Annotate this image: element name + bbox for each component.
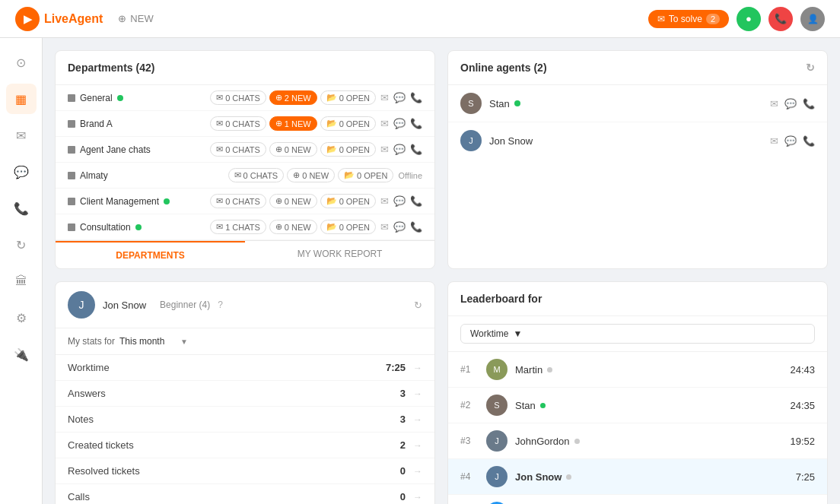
stat-arrow-icon[interactable]: → xyxy=(413,440,422,451)
stats-filter: My stats for This month Last month This … xyxy=(56,328,434,355)
phone-action-icon[interactable]: 📞 xyxy=(410,118,422,129)
lb-rank: #3 xyxy=(460,436,479,446)
mail-action-icon[interactable]: ✉ xyxy=(380,144,389,155)
stat-arrow-icon[interactable]: → xyxy=(413,466,422,477)
chat-icon[interactable]: 💬 xyxy=(784,98,797,109)
chat-action-icon[interactable]: 💬 xyxy=(393,221,406,233)
chats-chip: ✉ 0 CHATS xyxy=(210,116,266,131)
lb-name-johngordon: JohnGordon xyxy=(515,436,782,447)
open-chip: 📂 0 OPEN xyxy=(320,90,376,105)
new-chip: ⊕ 0 NEW xyxy=(269,142,317,157)
sidebar-item-calls[interactable]: 📞 xyxy=(6,193,37,223)
phone-action-icon[interactable]: 📞 xyxy=(410,221,422,233)
mail-icon[interactable]: ✉ xyxy=(770,135,778,147)
mail-action-icon[interactable]: ✉ xyxy=(380,221,389,233)
phone-action-icon[interactable]: 📞 xyxy=(410,195,422,207)
dept-stats: ✉ 0 CHATS ⊕ 0 NEW 📂 0 OPEN xyxy=(228,168,394,182)
dept-row-jane: Agent Jane chats ✉ 0 CHATS ⊕ 0 NEW 📂 0 O… xyxy=(56,137,434,163)
mail-action-icon[interactable]: ✉ xyxy=(380,118,389,129)
open-chip: 📂 0 OPEN xyxy=(320,194,376,208)
departments-title: Departments (42) xyxy=(68,62,154,74)
sidebar-item-plugin[interactable]: 🔌 xyxy=(6,339,37,369)
mail-action-icon[interactable]: ✉ xyxy=(380,92,389,103)
lb-time-stan: 24:35 xyxy=(790,400,815,411)
stats-period-select[interactable]: This month Last month This week Today xyxy=(119,336,176,347)
dept-name: Brand A xyxy=(80,119,205,129)
leaderboard-filter: Worktime ▼ xyxy=(448,316,827,352)
new-icon: ⊕ xyxy=(118,13,126,24)
solve-button[interactable]: ✉ To solve 2 xyxy=(648,10,729,28)
dept-row-consultation: Consultation ✉ 1 CHATS ⊕ 0 NEW 📂 0 OPEN … xyxy=(56,214,434,240)
leaderboard-filter-button[interactable]: Worktime ▼ xyxy=(460,324,815,344)
stat-arrow-icon[interactable]: → xyxy=(413,414,422,425)
chat-action-icon[interactable]: 💬 xyxy=(393,118,406,129)
status-dot xyxy=(574,439,580,444)
stat-arrow-icon[interactable]: → xyxy=(413,388,422,399)
mail-icon[interactable]: ✉ xyxy=(770,98,778,109)
phone-icon[interactable]: 📞 xyxy=(803,98,815,109)
dept-tag-icon xyxy=(68,172,75,179)
phone-action-icon[interactable]: 📞 xyxy=(410,144,422,155)
stat-arrow-icon[interactable]: → xyxy=(413,363,422,373)
new-chip: ⊕ 0 NEW xyxy=(269,194,317,208)
stat-value: 7:25 xyxy=(375,362,406,373)
chat-icon[interactable]: 💬 xyxy=(784,135,797,147)
sidebar-item-chat[interactable]: 💬 xyxy=(6,157,37,187)
stat-row-answers: Answers 3 → xyxy=(56,381,434,407)
stat-row-created-tickets: Created tickets 2 → xyxy=(56,433,434,458)
dropdown-arrow-icon: ▼ xyxy=(180,338,188,346)
dept-name: General xyxy=(80,93,205,103)
stat-arrow-icon[interactable]: → xyxy=(413,492,422,502)
status-dot xyxy=(547,367,552,372)
agent-avatar-jonsnow: J xyxy=(460,130,482,151)
tab-work-report[interactable]: MY WORK REPORT xyxy=(245,241,434,268)
dept-actions: ✉ 💬 📞 xyxy=(380,118,422,129)
online-dot xyxy=(117,95,123,101)
envelope-icon: ✉ xyxy=(657,14,665,24)
dept-stats: ✉ 0 CHATS ⊕ 1 NEW 📂 0 OPEN xyxy=(210,116,376,131)
user-avatar[interactable]: 👤 xyxy=(800,7,825,31)
lb-time-martin: 24:43 xyxy=(790,364,815,376)
topbar: ▶ LiveAgent ⊕ NEW ✉ To solve 2 ● 📞 👤 xyxy=(0,0,840,38)
stats-level: Beginner (4) xyxy=(160,300,210,310)
call-button[interactable]: 📞 xyxy=(768,7,793,31)
sidebar-item-tickets[interactable]: ✉ xyxy=(6,120,37,151)
mail-action-icon[interactable]: ✉ xyxy=(380,195,389,207)
sidebar-item-analytics[interactable]: ↻ xyxy=(6,230,37,260)
stats-filter-label: My stats for xyxy=(68,336,115,347)
new-chip: ⊕ 2 NEW xyxy=(269,90,317,105)
offline-label: Offline xyxy=(398,171,422,180)
stats-refresh-icon[interactable]: ↻ xyxy=(414,300,422,311)
refresh-icon[interactable]: ↻ xyxy=(806,62,815,74)
leaderboard-card: Leaderboard for Worktime ▼ #1 M Martin 2… xyxy=(447,281,828,504)
phone-action-icon[interactable]: 📞 xyxy=(410,92,422,103)
chat-action-icon[interactable]: 💬 xyxy=(393,195,406,207)
phone-icon[interactable]: 📞 xyxy=(803,135,815,147)
stat-value: 3 xyxy=(375,414,406,425)
sidebar-item-dashboard[interactable]: ⊙ xyxy=(6,47,37,78)
main-content: Departments (42) General ✉ 0 CHATS ⊕ 2 N… xyxy=(43,38,840,504)
stats-avatar: J xyxy=(68,291,95,319)
dept-row-almaty: Almaty ✉ 0 CHATS ⊕ 0 NEW 📂 0 OPEN Offlin… xyxy=(56,163,434,189)
sidebar-item-settings[interactable]: ⚙ xyxy=(6,303,37,333)
chat-action-icon[interactable]: 💬 xyxy=(393,144,406,155)
lb-name-jonsnow: Jon Snow xyxy=(515,471,788,483)
lb-avatar-stan: S xyxy=(486,395,508,416)
dept-tag-icon xyxy=(68,223,75,231)
department-tabs: DEPARTMENTS MY WORK REPORT xyxy=(56,240,434,268)
new-button[interactable]: ⊕ NEW xyxy=(118,13,153,24)
online-dot xyxy=(135,224,142,230)
online-agents-title: Online agents (2) xyxy=(460,62,547,74)
status-dot xyxy=(540,403,546,408)
open-chip: 📂 0 OPEN xyxy=(338,168,393,182)
sidebar-item-reports[interactable]: ▦ xyxy=(6,84,37,114)
chat-action-icon[interactable]: 💬 xyxy=(393,92,406,103)
logo-text: LiveAgent xyxy=(44,12,103,26)
online-agents-header: Online agents (2) ↻ xyxy=(448,51,827,85)
tab-departments[interactable]: DEPARTMENTS xyxy=(56,241,245,268)
filter-label: Worktime xyxy=(470,328,508,339)
sidebar-item-bank[interactable]: 🏛 xyxy=(6,266,37,296)
lb-row-johngordon: #3 J JohnGordon 19:52 xyxy=(448,423,827,459)
status-button[interactable]: ● xyxy=(737,7,761,31)
help-icon: ? xyxy=(218,300,223,310)
